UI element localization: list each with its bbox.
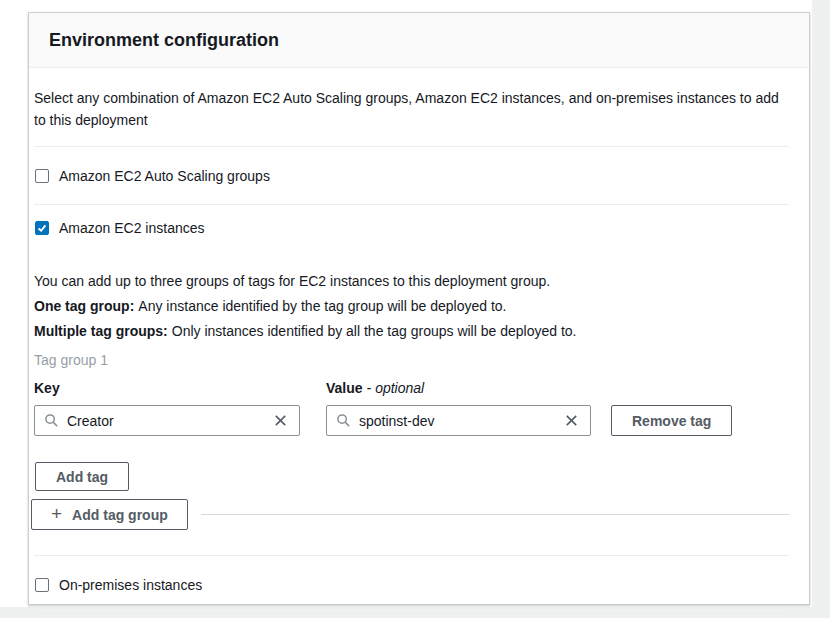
checkbox-auto-scaling-groups[interactable]: [35, 169, 49, 183]
page-background-right: [812, 0, 830, 618]
add-tag-group-label: Add tag group: [72, 507, 168, 523]
checkbox-on-premises[interactable]: [35, 578, 49, 592]
card-description: Select any combination of Amazon EC2 Aut…: [34, 87, 789, 147]
option-row-ec2-instances: Amazon EC2 instances: [34, 205, 789, 251]
value-input-container: [326, 405, 591, 436]
checkbox-label-ec2-instances: Amazon EC2 instances: [59, 220, 205, 236]
option-row-on-premises: On-premises instances: [34, 555, 789, 614]
check-icon: [36, 222, 48, 234]
checkbox-label-auto-scaling-groups: Amazon EC2 Auto Scaling groups: [59, 168, 270, 184]
option-row-auto-scaling-groups: Amazon EC2 Auto Scaling groups: [34, 147, 789, 205]
add-tag-group-button[interactable]: + Add tag group: [31, 499, 188, 530]
value-optional-label: - optional: [367, 378, 425, 398]
value-label: Value: [326, 378, 363, 398]
search-icon: [44, 413, 59, 428]
add-tag-group-row: + Add tag group: [34, 499, 789, 530]
key-input-container: [34, 405, 300, 436]
help-line-2: One tag group:Any instance identified by…: [34, 294, 789, 319]
value-input[interactable]: [359, 413, 562, 429]
clear-key-icon[interactable]: [271, 411, 290, 430]
remove-tag-button[interactable]: Remove tag: [611, 405, 732, 436]
help-line-3: Multiple tag groups:Only instances ident…: [34, 319, 789, 344]
checkbox-ec2-instances[interactable]: [35, 221, 49, 235]
help-line-2-rest: Any instance identified by the tag group…: [138, 298, 506, 314]
tag-groups-help-text: You can add up to three groups of tags f…: [34, 269, 789, 344]
card-body: Select any combination of Amazon EC2 Aut…: [29, 87, 809, 614]
checkbox-label-on-premises: On-premises instances: [59, 577, 202, 593]
search-icon: [336, 413, 351, 428]
tag-group-title: Tag group 1: [34, 350, 789, 370]
plus-icon: +: [51, 504, 62, 523]
help-line-3-rest: Only instances identified by all the tag…: [172, 323, 577, 339]
help-line-1: You can add up to three groups of tags f…: [34, 269, 789, 294]
add-tag-button[interactable]: Add tag: [35, 462, 129, 491]
card-header: Environment configuration: [29, 13, 809, 68]
key-input[interactable]: [67, 413, 271, 429]
help-line-2-bold: One tag group:: [34, 298, 134, 314]
key-label: Key: [34, 378, 326, 398]
horizontal-rule: [201, 514, 789, 515]
clear-value-icon[interactable]: [562, 411, 581, 430]
page-title: Environment configuration: [49, 30, 279, 51]
help-line-3-bold: Multiple tag groups:: [34, 323, 168, 339]
tag-fields-row: Remove tag: [34, 405, 789, 436]
environment-configuration-card: Environment configuration Select any com…: [28, 12, 810, 605]
field-labels-row: Key Value - optional: [34, 378, 789, 398]
